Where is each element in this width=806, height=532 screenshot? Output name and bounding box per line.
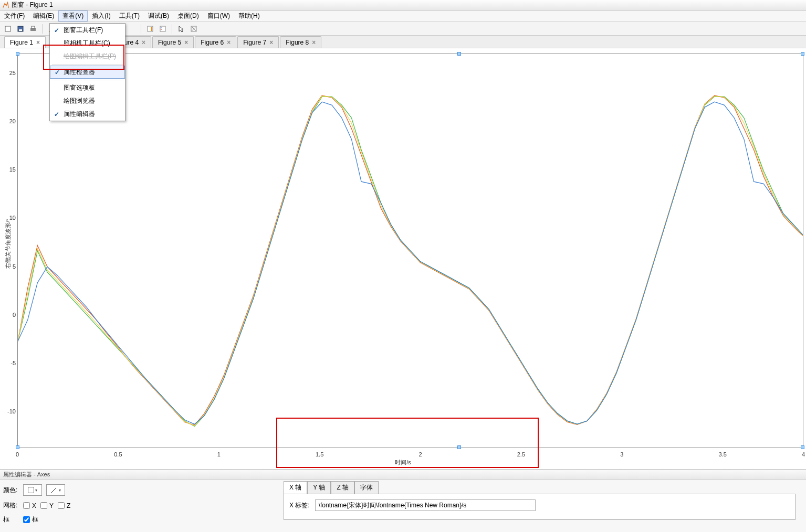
menu-insert[interactable]: 插入(I) [88,10,114,22]
menu-desktop[interactable]: 桌面(D) [173,10,203,22]
check-icon: ✓ [53,27,60,34]
menu-figure-toolbar[interactable]: ✓图窗工具栏(F) [50,24,125,37]
close-icon[interactable]: × [142,39,145,46]
check-icon: ✓ [54,69,61,76]
grid-label: 网格: [3,501,19,510]
x-tick: 1.5 [316,451,323,457]
matlab-icon [2,2,9,9]
new-figure-button[interactable] [2,23,14,35]
pointer-button[interactable] [175,23,187,35]
menu-camera-toolbar[interactable]: 照相机工具栏(C) [50,37,125,50]
menu-plot-browser[interactable]: 绘图浏览器 [50,94,125,108]
frame-label: 框 [3,515,19,524]
menu-separator [52,64,123,65]
menubar: 文件(F) 编辑(E) 查看(V) 插入(I) 工具(T) 调试(B) 桌面(D… [0,10,806,22]
x-tick: 4 [802,451,805,457]
tab-font[interactable]: 字体 [354,481,379,494]
y-tick: 15 [0,166,16,173]
y-axis-label: 右髋关节角度波形/° [4,219,12,269]
window-title: 图窗 - Figure 1 [12,1,53,9]
y-tick: 20 [0,118,16,124]
insert-legend-button[interactable] [157,23,169,35]
xlabel-label: X 标签: [289,501,310,510]
selection-handle[interactable] [801,445,804,449]
view-menu-dropdown: ✓图窗工具栏(F) 照相机工具栏(C) 绘图编辑工具栏(P) ✓属性检查器 图窗… [49,23,125,121]
line-chart [18,54,803,448]
close-icon[interactable]: × [227,39,231,46]
close-icon[interactable]: × [184,39,188,46]
selection-handle[interactable] [16,445,19,449]
save-button[interactable] [15,23,26,35]
xlabel-input[interactable] [315,499,536,511]
toolbar-separator [141,24,141,34]
menu-property-inspector[interactable]: ✓属性检查器 [50,66,125,79]
close-icon[interactable]: × [312,39,316,46]
menu-window[interactable]: 窗口(W) [203,10,234,22]
selection-handle[interactable] [457,52,461,56]
menu-help[interactable]: 帮助(H) [234,10,264,22]
y-tick: 0 [0,312,16,318]
insert-colorbar-button[interactable] [144,23,156,35]
tab-x-axis[interactable]: X 轴 [284,481,307,494]
window-titlebar: 图窗 - Figure 1 [0,0,806,10]
selection-handle[interactable] [16,52,19,56]
tab-z-axis[interactable]: Z 轴 [331,481,354,494]
property-editor-title: 属性编辑器 - Axes [0,470,806,480]
x-axis-label: 时间/s [395,459,411,466]
menu-edit[interactable]: 编辑(E) [29,10,58,22]
svg-rect-0 [5,26,11,31]
fill-color-button[interactable]: ▾ [23,484,42,496]
hide-tools-button[interactable] [188,23,200,35]
color-label: 颜色: [3,486,19,495]
tab-figure-6[interactable]: Figure 6× [195,36,236,48]
menu-debug[interactable]: 调试(B) [144,10,173,22]
print-button[interactable] [27,23,39,35]
tab-figure-5[interactable]: Figure 5× [152,36,194,48]
y-tick: 25 [0,70,16,76]
close-icon[interactable]: × [269,39,273,46]
tab-figure-7[interactable]: Figure 7× [237,36,279,48]
check-icon: ✓ [53,111,60,118]
axes-box[interactable] [17,54,803,448]
chevron-down-icon: ▾ [59,488,61,493]
menu-file[interactable]: 文件(F) [0,10,29,22]
x-tick: 2 [418,451,422,457]
grid-x-checkbox[interactable]: X [23,502,36,509]
axis-tabs: X 轴 Y 轴 Z 轴 字体 [284,481,795,494]
x-tick: 0.5 [114,451,122,457]
toolbar-separator [172,24,172,34]
y-tick: -5 [0,360,16,366]
menu-tools[interactable]: 工具(T) [115,10,144,22]
svg-rect-7 [160,26,165,31]
toolbar-separator [42,24,43,34]
menu-separator [52,80,123,80]
menu-plotedit-toolbar[interactable]: 绘图编辑工具栏(P) [50,50,125,63]
x-tick: 0 [16,451,19,457]
y-tick: -10 [0,408,16,414]
chevron-down-icon: ▾ [35,488,37,493]
menu-property-editor[interactable]: ✓属性编辑器 [50,108,125,121]
tab-figure-1[interactable]: Figure 1× [4,36,46,48]
x-tick: 3.5 [718,451,726,457]
svg-rect-2 [19,29,22,31]
y-tick: 5 [0,263,16,270]
grid-y-checkbox[interactable]: Y [40,502,54,509]
x-tick: 2.5 [517,451,525,457]
grid-z-checkbox[interactable]: Z [58,502,70,509]
property-editor-panel: 属性编辑器 - Axes 颜色: ▾ ▾ 网格: X Y Z 框 框 X 轴 Y… [0,469,806,532]
tab-y-axis[interactable]: Y 轴 [307,481,331,494]
menu-figure-palette[interactable]: 图窗选项板 [50,81,125,94]
x-tick: 3 [620,451,623,457]
frame-checkbox[interactable]: 框 [23,515,38,524]
selection-handle[interactable] [801,52,804,56]
menu-view[interactable]: 查看(V) [58,10,88,22]
close-icon[interactable]: × [36,39,40,46]
x-tick: 1 [217,451,221,457]
selection-handle[interactable] [457,445,461,449]
y-tick: 10 [0,215,16,221]
tab-figure-8[interactable]: Figure 8× [280,36,321,48]
line-color-button[interactable]: ▾ [46,484,65,496]
svg-rect-4 [32,26,35,28]
svg-rect-6 [151,27,152,31]
